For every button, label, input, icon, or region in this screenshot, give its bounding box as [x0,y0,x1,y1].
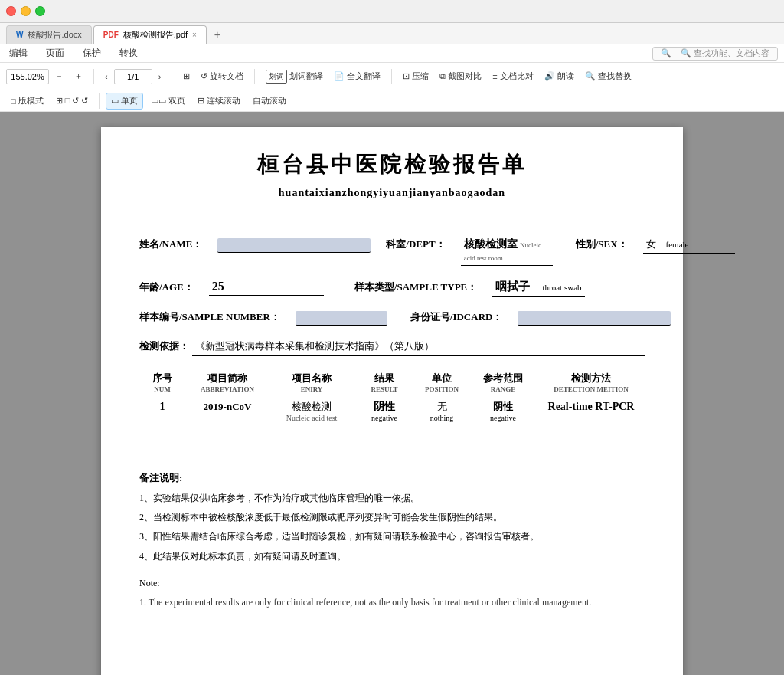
detection-basis-label: 检测依据： [139,339,189,353]
info-row-3: 样本编号/SAMPLE NUMBER： 身份证号/IDCARD： [139,310,645,326]
compress-button[interactable]: ⊡ 压缩 [398,67,433,87]
td-method: Real-time RT-PCR [537,396,645,425]
gender-label: 性别/SEX： [576,238,628,251]
toolbar-sep-1 [93,69,94,84]
table-row: 1 2019-nCoV 核酸检测 Nucleic acid test 阴性 ne… [139,396,645,425]
idcard-value [518,311,671,326]
rotate-button[interactable]: ↺ 旋转文档 [196,67,248,87]
name-value [217,238,371,253]
full-translate-icon: 📄 [334,71,345,81]
read-icon: 🔊 [544,71,555,81]
translate-group: 划词 划词翻译 📄 全文翻译 [261,67,385,87]
tab-pdf-label: 核酸检测报告.pdf [123,29,188,41]
tab-close-icon[interactable]: × [192,31,197,39]
name-label: 姓名/NAME： [139,238,202,251]
pdf-icon: PDF [103,31,119,39]
age-value: 25 [209,280,324,296]
full-translate-button[interactable]: 📄 全文翻译 [329,67,385,87]
sample-num-label: 样本编号/SAMPLE NUMBER： [139,310,280,324]
minimize-button[interactable] [21,6,31,16]
detection-basis-row: 检测依据： 《新型冠状病毒样本采集和检测技术指南》（第八版） [139,339,645,356]
nav-next-button[interactable]: › [154,67,166,87]
td-range: 阴性 negative [469,396,537,425]
single-page-icon: ▭ [111,96,119,106]
sample-type-label: 样本类型/SAMPLE TYPE： [354,280,477,294]
idcard-label: 身份证号/IDCARD： [410,310,503,324]
info-row-2: 年龄/AGE： 25 样本类型/SAMPLE TYPE： 咽拭子 throat … [139,280,645,297]
zoom-out-icon: － [55,70,64,82]
word-translate-button[interactable]: 划词 划词翻译 [261,67,328,87]
next-icon: › [158,72,162,81]
compress-icon: ⊡ [403,71,410,81]
search-bar[interactable]: 🔍 🔍 查找功能、文档内容 [652,47,778,61]
toolbar-sep-2 [172,69,172,84]
menu-convert[interactable]: 转换 [116,45,141,61]
thumb-icon: ⊞ [183,71,190,81]
rotate-group: ⊞ ↺ 旋转文档 [178,67,248,87]
dept-value: 核酸检测室 Nucleic acid test room [461,238,553,266]
maximize-button[interactable] [35,6,45,16]
th-method: 检测方法 DETECTION MEITION [537,368,645,396]
page-thumb-button[interactable]: ⊞ [178,67,194,87]
close-button[interactable] [6,6,16,16]
double-page-button[interactable]: ▭▭ 双页 [146,93,190,110]
detection-basis-value: 《新型冠状病毒样本采集和检测技术指南》（第八版） [192,339,645,356]
td-result: 阴性 negative [354,396,415,425]
find-replace-icon: 🔍 [585,71,596,81]
info-row-1: 姓名/NAME： 科室/DEPT： 核酸检测室 Nucleic acid tes… [139,238,645,266]
new-tab-button[interactable]: + [208,25,227,44]
note-zh-1: 1、实验结果仅供临床参考，不作为治疗或其他临床管理的唯一依据。 [139,491,645,506]
docx-icon: W [16,31,23,39]
screenshot-icon: ⧉ [439,71,446,81]
auto-scroll-button[interactable]: 自动滚动 [248,93,291,110]
td-abbr: 2019-nCoV [185,396,270,425]
toolbar-sep-4 [391,69,392,84]
prev-icon: ‹ [105,72,108,81]
th-result: 结果 RESULT [354,368,415,396]
sample-type-value: 咽拭子 throat swab [492,280,584,297]
notes-title: 备注说明: [139,471,645,485]
th-range: 参考范围 RANGE [469,368,537,396]
tools-group: ⊡ 压缩 ⧉ 截图对比 ≡ 文档比对 🔊 朗读 🔍 查找替换 [398,67,635,87]
mode-button[interactable]: □ 版模式 [6,93,48,110]
icons-button[interactable]: ⊞ □ ↺ ↺ [51,93,93,110]
single-page-button[interactable]: ▭ 单页 [106,93,143,110]
note-zh-3: 3、阳性结果需结合临床综合考虑，适当时随诊复检，如有疑问请联系检验中心，咨询报告… [139,529,645,544]
th-name: 项目名称 ENIRY [270,368,354,396]
zoom-input[interactable] [6,69,49,84]
td-unit: 无 nothing [415,396,469,425]
content-area[interactable]: 桓台县中医院检验报告单 huantaixianzhongyiyuanjianya… [0,112,784,675]
zoom-out-button[interactable]: － [51,67,68,87]
tab-pdf[interactable]: PDF 核酸检测报告.pdf × [93,25,207,44]
page-input[interactable] [114,69,152,84]
td-num: 1 [139,396,185,425]
note-en-title: Note: [139,576,645,591]
zoom-in-button[interactable]: ＋ [70,67,87,87]
menu-page[interactable]: 页面 [43,45,67,61]
icons-icon: ⊞ □ ↺ ↺ [56,96,89,106]
note-zh-2: 2、当检测标本中被检核酸浓度低于最低检测限或靶序列变异时可能会发生假阴性的结果。 [139,510,645,525]
th-unit: 单位 POSITION [415,368,469,396]
menu-protect[interactable]: 保护 [80,45,104,61]
nav-prev-button[interactable]: ‹ [100,67,113,87]
dept-label: 科室/DEPT： [386,238,445,251]
zoom-in-icon: ＋ [74,70,83,82]
table-header-row: 序号 NUM 项目简称 ABBREVIATION 项目名称 ENIRY 结果 R… [139,368,645,396]
note-en-1: 1. The experimental results are only for… [139,595,645,610]
find-replace-button[interactable]: 🔍 查找替换 [580,67,636,87]
compare-button[interactable]: ≡ 文档比对 [488,67,537,87]
pdf-page: 桓台县中医院检验报告单 huantaixianzhongyiyuanjianya… [101,127,683,675]
read-button[interactable]: 🔊 朗读 [540,67,579,87]
age-label: 年龄/AGE： [139,280,194,294]
menu-edit[interactable]: 编辑 [6,45,31,61]
screenshot-button[interactable]: ⧉ 截图对比 [435,67,486,87]
zoom-group: － ＋ [6,67,87,87]
continuous-button[interactable]: ⊟ 连续滚动 [193,93,245,110]
continuous-icon: ⊟ [198,96,204,106]
document-title: 桓台县中医院检验报告单 [139,150,645,179]
double-page-icon: ▭▭ [151,96,166,106]
toolbar2-sep-1 [99,93,100,109]
word-translate-icon: 划词 [266,70,287,84]
tab-docx[interactable]: W 核酸报告.docx [6,25,92,44]
th-num: 序号 NUM [139,368,185,396]
